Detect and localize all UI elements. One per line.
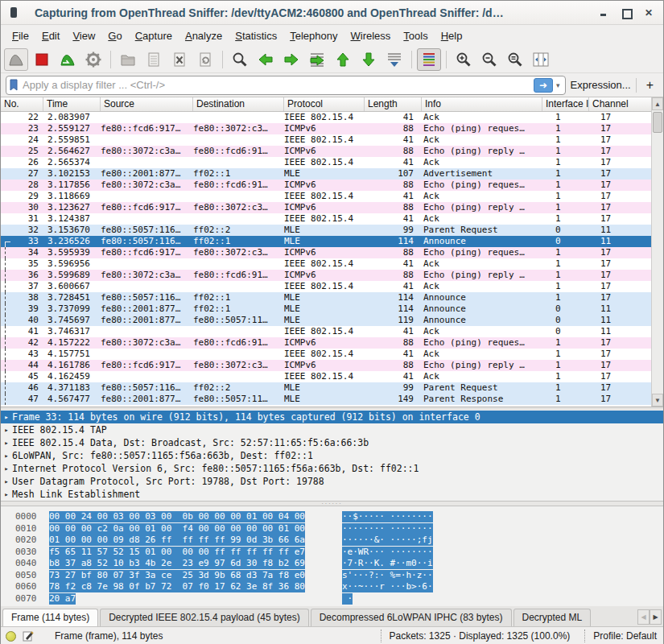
bookmark-icon[interactable] [8,79,19,92]
hex-row[interactable]: 001000 00 00 c2 0a 00 01 00 f4 00 00 00 … [1,523,663,535]
hex-ascii[interactable]: s'···?:· %=·h·z·· [342,570,433,581]
menu-item-go[interactable]: Go [101,27,128,44]
packet-row[interactable]: 363.599689fe80::3072:c3a…fe80::fcd6:91…I… [1,270,653,281]
packet-list-scrollbar[interactable]: ▲ ▼ [651,97,663,407]
save-file-button[interactable] [142,48,166,71]
expression-button[interactable]: Expression... [571,79,631,91]
packet-row[interactable]: 313.124387IEEE 802.15.441Ack117 [1,213,653,225]
hex-bytes[interactable]: 78 f2 c8 7e 98 0f b7 72 07 f0 17 62 3e 8… [49,581,305,592]
tab-scroll-right-icon[interactable]: ▶ [650,609,662,625]
zoom-reset-button[interactable] [503,48,527,71]
expand-arrow-icon[interactable]: ▸ [1,462,12,475]
go-back-button[interactable] [254,48,278,71]
column-header-time[interactable]: Time [43,97,101,111]
packet-row[interactable]: 333.236526fe80::5057:116…ff02::1MLE114An… [1,236,653,247]
packet-row[interactable]: 403.745697fe80::2001:877…fe80::5057:11…M… [1,315,653,326]
packet-row[interactable]: 464.371183fe80::5057:116…ff02::2MLE99Par… [1,382,653,394]
menu-item-tools[interactable]: Tools [397,27,434,44]
maximize-button[interactable] [621,8,631,18]
display-filter-input[interactable] [19,79,534,91]
auto-scroll-button[interactable] [382,48,406,71]
tab-decompressed-6lowpan-iphc-83-bytes[interactable]: Decompressed 6LoWPAN IPHC (83 bytes) [311,609,512,626]
expand-arrow-icon[interactable]: ▸ [1,449,12,462]
scroll-up-icon[interactable]: ▲ [652,97,663,110]
status-profile[interactable]: Profile: Default [584,630,657,642]
zoom-out-button[interactable] [477,48,501,71]
packet-row[interactable]: 232.559127fe80::fcd6:917…fe80::3072:c3…I… [1,123,653,134]
expert-info-icon[interactable] [6,631,16,642]
detail-line[interactable]: ▸6LoWPAN, Src: fe80::5057:1165:f56a:663b… [1,449,663,462]
apply-filter-button[interactable]: ➜ [534,78,553,93]
packet-row[interactable]: 444.161786fe80::fcd6:917…fe80::3072:c3…I… [1,360,653,371]
hex-ascii[interactable]: ······&· ·····;fj [342,535,433,546]
packet-row[interactable]: 222.083907IEEE 802.15.441Ack117 [1,112,653,123]
packet-row[interactable]: 343.595939fe80::fcd6:917…fe80::3072:c3…I… [1,247,653,258]
column-header-no[interactable]: No. [1,97,43,111]
minimize-button[interactable] [599,8,608,18]
hex-row[interactable]: 007020 a7 · [1,593,663,605]
menu-item-capture[interactable]: Capture [129,27,179,44]
column-header-source[interactable]: Source [101,97,193,111]
hex-row[interactable]: 000000 00 24 00 03 00 03 00 0b 00 00 00 … [1,511,663,523]
details-bytes-splitter[interactable]: ······ [1,501,663,506]
restart-capture-button[interactable] [56,48,80,71]
filter-history-caret-icon[interactable]: ▾ [553,81,563,89]
find-packet-button[interactable] [228,48,252,71]
packet-row[interactable]: 303.123627fe80::fcd6:917…fe80::3072:c3…I… [1,202,653,213]
tab-scroll-left-icon[interactable]: ◀ [637,609,650,625]
hex-row[interactable]: 0040b8 37 a8 52 10 b3 4b 2e 23 e9 97 6d … [1,558,663,570]
packet-row[interactable]: 434.157751IEEE 802.15.441Ack117 [1,349,653,360]
expand-arrow-icon[interactable]: ▸ [1,475,12,488]
expand-arrow-icon[interactable]: ▸ [1,436,12,449]
hex-bytes[interactable]: 20 a7 [49,593,76,605]
detail-line[interactable]: ▸Internet Protocol Version 6, Src: fe80:… [1,462,663,475]
menu-item-statistics[interactable]: Statistics [229,27,283,44]
stop-capture-button[interactable] [30,48,54,71]
hex-bytes[interactable]: 00 00 24 00 03 00 03 00 0b 00 00 00 01 0… [49,511,305,522]
hex-ascii[interactable]: · [342,593,353,605]
packet-row[interactable]: 353.596956IEEE 802.15.441Ack117 [1,258,653,270]
scroll-down-icon[interactable]: ▼ [652,394,663,407]
tab-decrypted-ieee-802-15-4-payload-45-bytes[interactable]: Decrypted IEEE 802.15.4 payload (45 byte… [100,609,308,626]
menu-item-analyze[interactable]: Analyze [179,27,229,44]
column-header-interface-id[interactable]: Interface ID [542,97,589,111]
open-file-button[interactable] [116,48,140,71]
detail-line[interactable]: ▸Frame 33: 114 bytes on wire (912 bits),… [1,411,663,423]
hex-bytes[interactable]: 00 00 00 c2 0a 00 01 00 f4 00 00 00 00 0… [49,523,305,535]
tab-decrypted-ml[interactable]: Decrypted ML [513,609,592,626]
hex-row[interactable]: 0030f5 65 11 57 52 15 01 00 00 00 ff ff … [1,547,663,559]
go-forward-button[interactable] [279,48,303,71]
column-header-destination[interactable]: Destination [193,97,284,111]
colorize-button[interactable] [417,48,441,71]
packet-row[interactable]: 323.153670fe80::5057:116…ff02::2MLE99Par… [1,225,653,236]
menu-item-file[interactable]: File [6,27,35,44]
capture-comment-icon[interactable] [23,630,34,642]
packet-row[interactable]: 393.737099fe80::2001:877…ff02::1MLE114An… [1,303,653,315]
hex-row[interactable]: 005073 27 bf 80 07 3f 3a ce 25 3d 9b 68 … [1,570,663,582]
hex-ascii[interactable]: ··$····· ········ [342,511,433,522]
menu-item-edit[interactable]: Edit [35,27,66,44]
packet-row[interactable]: 454.162459IEEE 802.15.441Ack117 [1,371,653,382]
packet-row[interactable]: 383.728451fe80::5057:116…ff02::1MLE114An… [1,292,653,303]
expand-arrow-icon[interactable]: ▸ [1,411,12,423]
expand-arrow-icon[interactable]: ▸ [1,423,12,436]
start-capture-button[interactable] [4,48,28,71]
hex-ascii[interactable]: ········ ········ [342,523,433,535]
go-first-packet-button[interactable] [331,48,355,71]
packet-row[interactable]: 283.117856fe80::3072:c3a…fe80::fcd6:91…I… [1,180,653,191]
detail-line[interactable]: ▸IEEE 802.15.4 Data, Dst: Broadcast, Src… [1,436,663,449]
hex-row[interactable]: 006078 f2 c8 7e 98 0f b7 72 07 f0 17 62 … [1,581,663,593]
close-file-button[interactable] [167,48,192,71]
menu-item-telephony[interactable]: Telephony [283,27,344,44]
packet-row[interactable]: 262.565374IEEE 802.15.441Ack117 [1,157,653,168]
detail-line[interactable]: ▸Mesh Link Establishment [1,488,663,501]
packet-row[interactable]: 273.102153fe80::2001:877…ff02::1MLE107Ad… [1,168,653,180]
column-header-length[interactable]: Length [365,97,422,111]
detail-line[interactable]: ▸IEEE 802.15.4 TAP [1,423,663,436]
hex-row[interactable]: 002001 00 00 00 09 d8 26 ff ff ff ff 99 … [1,535,663,547]
reload-file-button[interactable] [193,48,217,71]
hex-bytes[interactable]: 73 27 bf 80 07 3f 3a ce 25 3d 9b 68 d3 7… [49,570,305,581]
menu-item-wireless[interactable]: Wireless [344,27,398,44]
hex-ascii[interactable]: ·e·WR··· ········ [342,547,433,558]
packet-row[interactable]: 474.567477fe80::2001:877…fe80::5057:11…M… [1,394,653,405]
